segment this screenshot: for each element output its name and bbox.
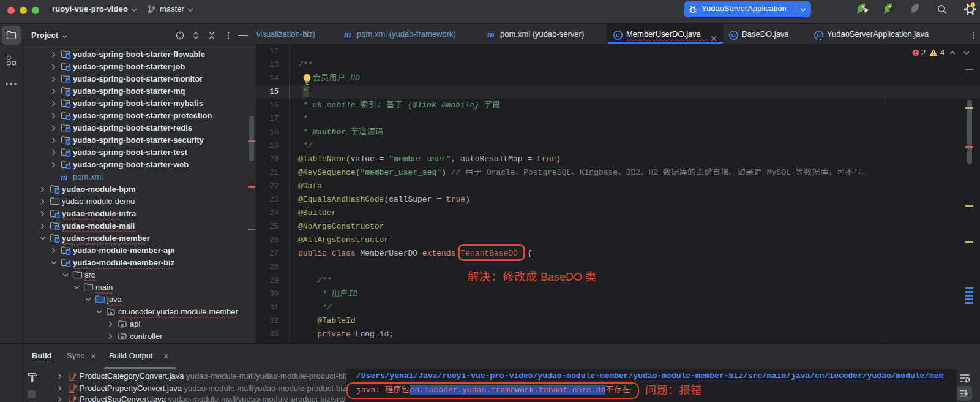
svg-text:C: C <box>616 32 620 39</box>
svg-text:C: C <box>731 32 736 39</box>
